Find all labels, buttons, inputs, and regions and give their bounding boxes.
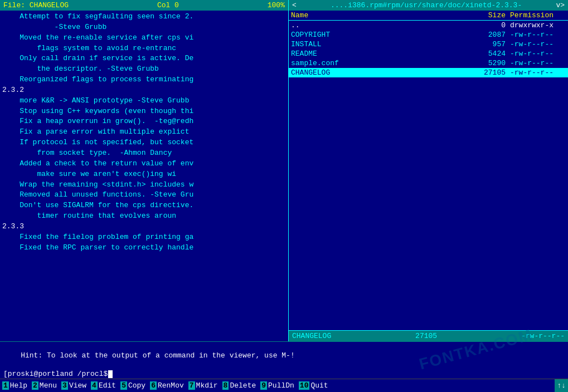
left-pane: File: CHANGELOG Col 0 100% Attempt to fi… [0, 0, 289, 341]
left-line: timer routine that evolves aroun [2, 211, 286, 222]
funckey-label: View [69, 381, 86, 390]
table-row[interactable]: COPYRIGHT2087-rw-r--r-- [289, 30, 568, 40]
left-line: If protocol is not specified, but socket [2, 138, 286, 148]
left-line: from socket type. -Ahmon Dancy [2, 148, 286, 159]
file-permission: drwxrwxr-x [510, 21, 566, 30]
left-content: Attempt to fix segfaulting seen since 2.… [0, 11, 288, 341]
file-table-header: Name Size Permission [289, 11, 568, 21]
funckey-num: 5 [120, 381, 127, 390]
funckey-quit[interactable]: 10Quit [297, 379, 331, 392]
left-line: Reorganized flags to process terminating [2, 75, 286, 85]
scroll-up-icon: ↑ [557, 381, 561, 390]
left-col: Col 0 [157, 1, 179, 9]
left-line: Fixed the RPC parser to correctly handle [2, 243, 286, 253]
status-size: 27105 [415, 332, 437, 340]
table-row[interactable]: sample.conf5290-rw-r--r-- [289, 58, 568, 68]
funckey-mkdir[interactable]: 7Mkdir [186, 379, 220, 392]
funckey-edit[interactable]: 4Edit [89, 379, 118, 392]
file-name: COPYRIGHT [291, 31, 471, 39]
funckey-num: 7 [188, 381, 195, 390]
funckey-label: Copy [128, 381, 145, 390]
left-line: 2.3.2 [2, 85, 286, 96]
left-line: Fix a heap overrun in grow(). -teg@redh [2, 116, 286, 127]
funckey-num: 10 [299, 381, 310, 390]
left-line: Wrap the remaining <stdint.h> includes w [2, 180, 286, 190]
file-rows-container: ..0drwxrwxr-xCOPYRIGHT2087-rw-r--r--INST… [289, 21, 568, 77]
left-line: more K&R -> ANSI prototype -Steve Grubb [2, 96, 286, 106]
funckey-renmov[interactable]: 6RenMov [148, 379, 186, 392]
file-size: 27105 [471, 68, 510, 77]
left-line: Moved the re-enable service after cps vi [2, 33, 286, 43]
left-line: Fix a parse error with multiple explict [2, 127, 286, 138]
left-line: Removed all unused functions. -Steve Gru [2, 190, 286, 200]
prompt-text: [proski@portland /procl$ [3, 370, 108, 378]
left-line: Added a check to the return value of env [2, 159, 286, 169]
scroll-indicator: ↑ ↓ [555, 379, 568, 392]
funckey-label: Delete [230, 381, 256, 390]
funckey-help[interactable]: 1Help [0, 379, 30, 392]
left-line: Only call drain if service is active. De [2, 53, 286, 64]
file-name: .. [291, 21, 471, 30]
file-permission: -rw-r--r-- [510, 59, 566, 67]
right-file-list: Name Size Permission ..0drwxrwxr-xCOPYRI… [289, 11, 568, 330]
file-size: 2087 [471, 31, 510, 39]
left-line: the descriptor. -Steve Grubb [2, 64, 286, 75]
funckey-delete[interactable]: 8Delete [220, 379, 259, 392]
status-filename: CHANGELOG [292, 332, 331, 340]
funckey-label: PullDn [268, 381, 294, 390]
hint-bar: Hint: To look at the output of a command… [0, 341, 568, 369]
col-header-name: Name [291, 11, 471, 19]
file-size: 5424 [471, 50, 510, 58]
file-name: CHANGELOG [291, 68, 471, 77]
col-header-permission: Permission [510, 11, 566, 19]
prompt-line[interactable]: [proski@portland /procl$ [0, 369, 568, 379]
file-name: sample.conf [291, 59, 471, 67]
left-line: -Steve Grubb [2, 22, 286, 33]
file-permission: -rw-r--r-- [510, 50, 566, 58]
right-header-arrow-left: < [292, 1, 297, 9]
left-filename: File: CHANGELOG [3, 1, 69, 9]
file-permission: -rw-r--r-- [510, 68, 566, 77]
scroll-dn-icon: ↓ [561, 381, 566, 390]
file-size: 957 [471, 40, 510, 48]
file-name: README [291, 50, 471, 58]
left-line: Attempt to fix segfaulting seen since 2. [2, 12, 286, 22]
left-header: File: CHANGELOG Col 0 100% [0, 0, 288, 11]
right-status-bar: CHANGELOG 27105 -rw-r--r-- [289, 330, 568, 341]
funckey-menu[interactable]: 2Menu [30, 379, 59, 392]
left-line: flags system to avoid re-entranc [2, 43, 286, 54]
table-row[interactable]: CHANGELOG27105-rw-r--r-- [289, 68, 568, 77]
funckey-label: Help [10, 381, 27, 390]
left-line: 2.3.3 [2, 222, 286, 232]
file-list-empty [289, 77, 568, 330]
right-header-arrow-right: v> [556, 1, 565, 9]
file-permission: -rw-r--r-- [510, 40, 566, 48]
funckey-view[interactable]: 3View [59, 379, 89, 392]
funckey-label: Quit [310, 381, 328, 390]
table-row[interactable]: README5424-rw-r--r-- [289, 49, 568, 58]
funckey-copy[interactable]: 5Copy [118, 379, 148, 392]
left-line: Fixed the filelog problem of printing ga [2, 232, 286, 243]
funckey-label: Mkdir [196, 381, 218, 390]
funckey-num: 9 [260, 381, 267, 390]
file-permission: -rw-r--r-- [510, 31, 566, 39]
status-permission: -rw-r--r-- [521, 332, 565, 340]
file-name: INSTALL [291, 40, 471, 48]
file-size: 5290 [471, 59, 510, 67]
left-percent: 100% [268, 1, 285, 9]
funckey-pulldn[interactable]: 9PullDn [258, 379, 297, 392]
table-row[interactable]: ..0drwxrwxr-x [289, 21, 568, 30]
left-line: Stop using C++ keywords (even though thi [2, 106, 286, 117]
file-size: 0 [471, 21, 510, 30]
funckey-num: 1 [2, 381, 9, 390]
funckey-num: 6 [150, 381, 157, 390]
funckey-num: 8 [222, 381, 229, 390]
left-line: Don't use SIGALRM for the cps directive. [2, 200, 286, 211]
hint-text: Hint: To look at the output of a command… [21, 351, 294, 360]
main-container: File: CHANGELOG Col 0 100% Attempt to fi… [0, 0, 568, 392]
table-row[interactable]: INSTALL957-rw-r--r-- [289, 40, 568, 49]
right-header-path: ....i386.rpm#rpm/usr/share/doc/xinetd-2.… [331, 1, 522, 9]
funckey-label: Edit [99, 381, 116, 390]
cursor [108, 370, 113, 378]
col-header-size: Size [471, 11, 510, 19]
